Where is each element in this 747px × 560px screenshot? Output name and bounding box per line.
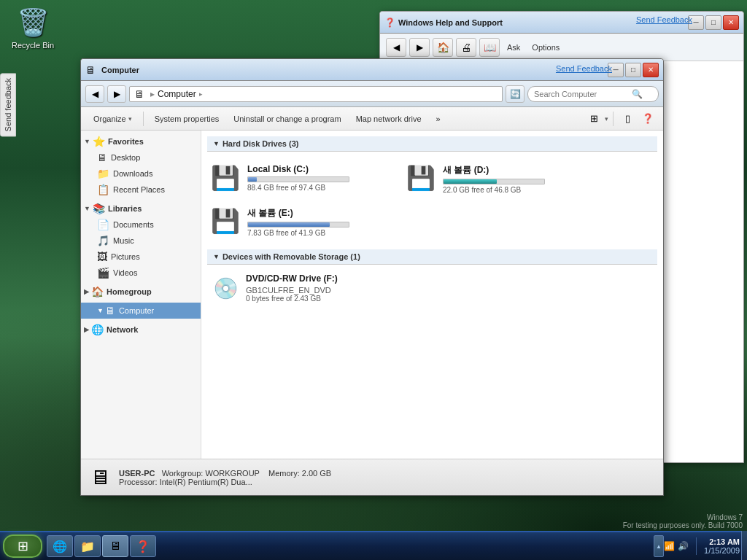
clock[interactable]: 2:13 AM 1/15/2009: [704, 537, 740, 555]
drive-e-info: 새 볼륨 (E:) 7.83 GB free of 41.9 GB: [247, 207, 393, 237]
win7-build: For testing purposes only. Build 7000: [623, 521, 743, 529]
computer-section: ▼ 🖥 Computer: [81, 303, 201, 319]
network-tray-icon[interactable]: 📶: [664, 541, 675, 551]
status-pc-icon: 🖥: [90, 465, 110, 489]
drive-f[interactable]: 💿 DVD/CD-RW Drive (F:) GB1CULFRE_EN_DVD …: [207, 271, 657, 306]
explorer-forward-button[interactable]: ▶: [107, 85, 126, 103]
map-drive-button[interactable]: Map network drive: [349, 110, 428, 128]
hdd-section-arrow: ▼: [213, 140, 220, 147]
sidebar-item-downloads-label: Downloads: [113, 169, 152, 178]
drive-e-icon: 💾: [211, 207, 240, 235]
drive-e[interactable]: 💾 새 볼륨 (E:) 7.83 GB free of 41.9 GB: [207, 203, 397, 241]
help-toolbar: ◀ ▶ 🏠 🖨 📖 Ask Options: [380, 34, 743, 61]
explorer-refresh-button[interactable]: 🔄: [506, 85, 525, 103]
desktop-icon: 🖥: [97, 152, 107, 163]
drive-d-icon: 💾: [406, 164, 436, 192]
drive-e-bar-container: [247, 222, 349, 228]
help-close-button[interactable]: ✕: [723, 15, 739, 30]
drive-c-info: Local Disk (C:) 88.4 GB free of 97.4 GB: [247, 164, 393, 192]
breadcrumb[interactable]: 🖥 ▸ Computer ▸: [129, 86, 503, 102]
recycle-bin-icon[interactable]: 🗑️ Recycle Bin: [7, 7, 58, 50]
breadcrumb-computer-label[interactable]: Computer: [158, 89, 196, 99]
sidebar-item-downloads[interactable]: 📁 Downloads: [81, 166, 201, 182]
explorer-back-button[interactable]: ◀: [85, 85, 104, 103]
sound-tray-icon[interactable]: 🔊: [678, 541, 689, 551]
drive-c[interactable]: 💾 Local Disk (C:) 88.4 GB free of 97.4 G…: [207, 160, 397, 198]
homegroup-icon: 🏠: [91, 286, 104, 298]
help-back-button[interactable]: ◀: [386, 38, 406, 57]
libraries-collapse-icon: ▼: [84, 205, 90, 212]
removable-section-title: Devices with Removable Storage (1): [222, 252, 360, 261]
show-desktop-button[interactable]: [741, 531, 747, 560]
preview-pane-button[interactable]: ▯: [618, 110, 637, 128]
view-dropdown-arrow[interactable]: ▾: [605, 115, 608, 122]
sidebar-item-music[interactable]: 🎵 Music: [81, 233, 201, 249]
homegroup-group-header[interactable]: ▶ 🏠 Homegroup: [81, 284, 201, 300]
help-options-button[interactable]: Options: [527, 40, 564, 55]
homegroup-label: Homegroup: [107, 287, 152, 296]
libraries-icon: 📚: [93, 203, 105, 214]
help-print-button[interactable]: 🖨: [456, 38, 476, 57]
system-properties-button[interactable]: System properties: [148, 110, 226, 128]
recycle-bin-label: Recycle Bin: [12, 41, 54, 50]
help-forward-button[interactable]: ▶: [409, 38, 430, 57]
start-button[interactable]: ⊞: [3, 534, 42, 558]
removable-section-arrow: ▼: [213, 253, 220, 260]
libraries-group-header[interactable]: ▼ 📚 Libraries: [81, 201, 201, 217]
status-user: USER-PC Workgroup: WORKGROUP Memory: 2.0…: [119, 469, 331, 478]
help-home-button[interactable]: 🏠: [433, 38, 453, 57]
explorer-nav-bar: ◀ ▶ 🖥 ▸ Computer ▸ 🔄 🔍: [81, 81, 663, 107]
help-button[interactable]: ❓: [638, 110, 657, 128]
recent-places-icon: 📋: [97, 184, 109, 195]
taskbar-right: 📶 🔊 2:13 AM 1/15/2009: [664, 537, 744, 555]
sidebar-item-recent-places[interactable]: 📋 Recent Places: [81, 182, 201, 198]
drive-c-icon: 💾: [211, 164, 240, 192]
drive-d-bar: [444, 179, 497, 184]
sidebar-item-videos-label: Videos: [113, 268, 137, 277]
sidebar-item-music-label: Music: [113, 236, 134, 245]
taskbar-item-ie[interactable]: 🌐: [47, 535, 73, 557]
help-send-feedback-link[interactable]: Send Feedback: [636, 15, 692, 24]
breadcrumb-separator: ▸: [150, 89, 155, 99]
downloads-icon: 📁: [97, 168, 109, 179]
taskbar-separator: [696, 537, 697, 555]
help-maximize-button[interactable]: □: [705, 15, 721, 30]
sidebar-item-documents[interactable]: 📄 Documents: [81, 217, 201, 233]
status-processor: Processor: Intel(R) Pentium(R) Dua...: [119, 478, 252, 486]
help-title-bar: ❓ Windows Help and Support Send Feedback…: [380, 12, 743, 34]
sidebar-item-computer[interactable]: ▼ 🖥 Computer: [81, 303, 201, 319]
drive-f-free: 0 bytes free of 2.43 GB: [246, 295, 338, 303]
network-group-header[interactable]: ▶ 🌐 Network: [81, 322, 201, 338]
organize-button[interactable]: Organize ▾: [87, 110, 139, 128]
explorer-close-button[interactable]: ✕: [643, 63, 659, 77]
favorites-group-header[interactable]: ▼ ⭐ Favorites: [81, 133, 201, 149]
sidebar-item-videos[interactable]: 🎬 Videos: [81, 265, 201, 281]
explorer-send-feedback-link[interactable]: Send Feedback: [556, 64, 612, 73]
videos-icon: 🎬: [97, 267, 109, 279]
more-tools-button[interactable]: »: [430, 110, 447, 128]
explorer-maximize-button[interactable]: □: [625, 63, 641, 77]
help-ask-button[interactable]: Ask: [503, 40, 525, 55]
recycle-bin-image: 🗑️: [17, 7, 50, 38]
taskbar-item-help[interactable]: ❓: [130, 535, 156, 557]
pictures-icon: 🖼: [97, 251, 107, 262]
view-toggle-button[interactable]: ⊞: [584, 110, 603, 128]
favorites-label: Favorites: [108, 137, 144, 146]
drive-d[interactable]: 💾 새 볼륨 (D:) 22.0 GB free of 46.8 GB: [403, 160, 592, 198]
drive-e-bar: [248, 222, 330, 227]
uninstall-button[interactable]: Uninstall or change a program: [227, 110, 347, 128]
breadcrumb-drop-arrow[interactable]: ▸: [199, 90, 203, 98]
drive-c-bar-container: [247, 176, 349, 182]
drive-d-info: 새 볼륨 (D:) 22.0 GB free of 46.8 GB: [443, 164, 589, 194]
sidebar-item-pictures[interactable]: 🖼 Pictures: [81, 249, 201, 265]
search-input[interactable]: [534, 90, 629, 98]
taskbar-item-explorer[interactable]: 📁: [74, 535, 101, 557]
drives-grid: 💾 Local Disk (C:) 88.4 GB free of 97.4 G…: [207, 158, 657, 249]
send-feedback-tab[interactable]: Send feedback: [0, 73, 16, 136]
sidebar-item-desktop[interactable]: 🖥 Desktop: [81, 149, 201, 166]
search-bar[interactable]: 🔍: [527, 86, 659, 102]
explorer-toolbar: Organize ▾ System properties Uninstall o…: [81, 107, 663, 131]
taskbar-item-computer[interactable]: 🖥: [102, 535, 128, 557]
notification-area-expand-button[interactable]: ▲: [654, 535, 664, 557]
help-browse-button[interactable]: 📖: [479, 38, 500, 57]
